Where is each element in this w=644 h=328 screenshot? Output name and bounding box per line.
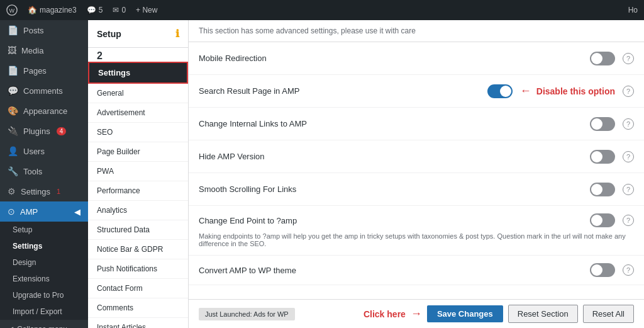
change-endpoint-label: Change End Point to ?amp	[199, 216, 590, 225]
hide-amp-toggle[interactable]	[590, 150, 615, 164]
save-changes-button[interactable]: Save Changes	[427, 305, 503, 322]
sidebar-item-posts[interactable]: 📄 Posts	[0, 20, 88, 40]
nav-item-general[interactable]: General	[88, 84, 188, 103]
tools-icon: 🔧	[8, 166, 18, 176]
nav-item-comments[interactable]: Comments	[88, 298, 188, 318]
sidebar-item-amp-import[interactable]: Import / Export	[0, 303, 88, 320]
smooth-scrolling-toggle[interactable]	[590, 183, 615, 196]
site-name[interactable]: 🏠 magazine3	[28, 6, 77, 14]
amp-icon: ⊙	[8, 206, 15, 217]
sidebar-item-amp-design[interactable]: Design	[0, 254, 88, 271]
search-result-help[interactable]: ?	[623, 86, 634, 97]
nav-item-advertisement[interactable]: Advertisement	[88, 103, 188, 123]
new-button[interactable]: + New	[136, 6, 157, 14]
nav-item-push-notifications[interactable]: Push Notifications	[88, 259, 188, 279]
row-search-result: Search Result Page in AMP ← Disable this…	[189, 75, 644, 108]
nav-item-page-builder[interactable]: Page Builder	[88, 142, 188, 162]
reset-section-button[interactable]: Reset Section	[508, 305, 578, 323]
hide-amp-control: ?	[590, 150, 634, 164]
search-result-control: ← Disable this option ?	[487, 84, 634, 98]
collapse-icon: ◀	[8, 325, 13, 328]
comment-icon: 💬	[87, 6, 96, 14]
appearance-icon: 🎨	[8, 106, 18, 116]
arrow-left-icon: ←	[520, 84, 531, 98]
settings-section-box[interactable]: Settings	[88, 62, 188, 84]
hide-amp-help[interactable]: ?	[623, 151, 634, 162]
nav-item-contact-form[interactable]: Contact Form	[88, 279, 188, 298]
mobile-redirection-control: ?	[590, 52, 634, 65]
users-icon: 👤	[8, 146, 18, 156]
sidebar-item-amp-extensions[interactable]: Extensions	[0, 271, 88, 287]
nav-item-performance[interactable]: Performance	[88, 181, 188, 201]
change-internal-links-toggle[interactable]	[590, 117, 615, 131]
comments-count[interactable]: 💬 5	[87, 6, 103, 14]
sidebar: 📄 Posts 🖼 Media 📄 Pages 💬 Comments 🎨 App…	[0, 20, 88, 328]
search-result-toggle[interactable]	[487, 84, 513, 98]
user-greeting: Ho	[628, 6, 638, 14]
settings-notification: 1	[57, 188, 60, 195]
row-smooth-scrolling: Smooth Scrolling For Links ?	[189, 173, 644, 206]
sidebar-item-users[interactable]: 👤 Users	[0, 141, 88, 161]
sidebar-item-pages[interactable]: 📄 Pages	[0, 60, 88, 81]
panel-notice: This section has some advanced settings,…	[189, 20, 644, 42]
mobile-redirection-toggle[interactable]	[590, 52, 615, 65]
disable-annotation: ← Disable this option	[520, 84, 615, 98]
step2-label: 2	[88, 48, 188, 62]
promo-label: Just Launched: Ads for WP	[199, 308, 295, 320]
convert-amp-control: ?	[590, 263, 634, 277]
nav-item-notice-bar[interactable]: Notice Bar & GDPR	[88, 240, 188, 259]
sidebar-item-amp-setup[interactable]: Setup	[0, 222, 88, 238]
smooth-scrolling-label: Smooth Scrolling For Links	[199, 184, 590, 194]
amp-submenu: Setup Settings Design Extensions Upgrade…	[0, 222, 88, 320]
row-convert-amp: Convert AMP to WP theme ?	[189, 256, 644, 285]
sidebar-item-appearance[interactable]: 🎨 Appearance	[0, 101, 88, 121]
sidebar-item-media[interactable]: 🖼 Media	[0, 40, 88, 60]
info-icon[interactable]: ℹ	[175, 28, 179, 40]
convert-amp-label: Convert AMP to WP theme	[199, 266, 590, 275]
plugins-badge: 4	[57, 127, 67, 135]
collapse-menu-button[interactable]: ◀ Collapse menu	[0, 320, 88, 328]
settings-icon: ⚙	[8, 186, 16, 196]
row-mobile-redirection: Mobile Redirection ?	[189, 42, 644, 75]
sidebar-item-amp-upgrade[interactable]: Upgrade to Pro	[0, 287, 88, 303]
comments-icon: 💬	[8, 86, 18, 96]
change-endpoint-control: ?	[590, 213, 634, 227]
sidebar-item-amp-settings[interactable]: Settings	[0, 238, 88, 254]
message-icon: ✉	[113, 6, 119, 14]
hide-amp-label: Hide AMP Version	[199, 152, 590, 161]
nav-item-instant-articles[interactable]: Instant Articles	[88, 318, 188, 328]
settings-rows: Mobile Redirection ? Search Result Page …	[189, 42, 644, 285]
footer-bar: Just Launched: Ads for WP Click here → S…	[189, 299, 644, 328]
change-internal-links-label: Change Internal Links to AMP	[199, 119, 590, 128]
change-internal-links-help[interactable]: ?	[623, 118, 634, 130]
svg-text:W: W	[9, 8, 15, 14]
messages-count[interactable]: ✉ 0	[113, 6, 126, 14]
sidebar-item-tools[interactable]: 🔧 Tools	[0, 161, 88, 181]
change-internal-links-control: ?	[590, 117, 634, 131]
main-panel: This section has some advanced settings,…	[189, 20, 644, 299]
nav-item-seo[interactable]: SEO	[88, 123, 188, 142]
reset-all-button[interactable]: Reset All	[583, 305, 634, 323]
arrow-right-icon: →	[411, 307, 422, 320]
mobile-redirection-help[interactable]: ?	[623, 53, 634, 64]
home-icon: 🏠	[28, 6, 37, 14]
sidebar-item-comments[interactable]: 💬 Comments	[0, 81, 88, 101]
sidebar-item-plugins[interactable]: 🔌 Plugins 4	[0, 121, 88, 141]
nav-item-analytics[interactable]: Analytics	[88, 201, 188, 220]
convert-amp-toggle[interactable]	[590, 263, 615, 277]
change-endpoint-help[interactable]: ?	[623, 215, 634, 226]
pages-icon: 📄	[8, 65, 18, 76]
smooth-scrolling-help[interactable]: ?	[623, 184, 634, 195]
sidebar-item-settings[interactable]: ⚙ Settings 1	[0, 181, 88, 201]
change-endpoint-toggle[interactable]	[590, 213, 615, 227]
search-result-label: Search Result Page in AMP	[199, 86, 487, 96]
smooth-scrolling-control: ?	[590, 183, 634, 196]
media-icon: 🖼	[8, 45, 16, 55]
wp-logo-item[interactable]: W	[6, 4, 18, 16]
posts-icon: 📄	[8, 25, 18, 35]
nav-item-structured-data[interactable]: Structured Data	[88, 220, 188, 240]
change-endpoint-desc: Making endpoints to ?amp will help you g…	[199, 230, 634, 247]
nav-item-pwa[interactable]: PWA	[88, 162, 188, 181]
convert-amp-help[interactable]: ?	[623, 264, 634, 276]
sidebar-item-amp[interactable]: ⊙ AMP ◀	[0, 201, 88, 222]
